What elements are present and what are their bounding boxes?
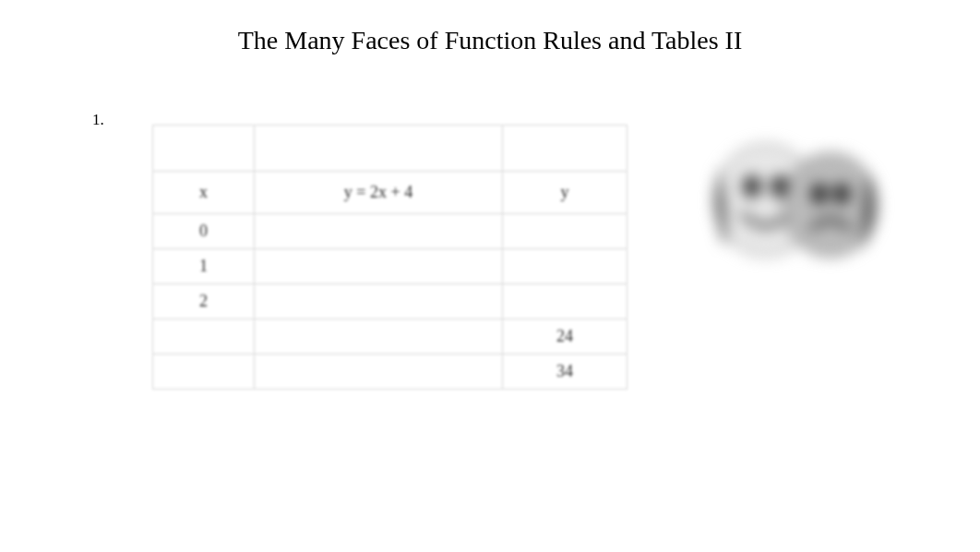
table-cell-y: 24 [503,319,627,354]
svg-point-4 [811,184,828,204]
table-cell-x [153,354,255,390]
table-cell-x: 1 [153,249,255,284]
table-header-rule: y = 2x + 4 [254,172,502,214]
table-cell-rule [254,214,502,249]
function-table: x y = 2x + 4 y 0 1 2 24 [152,125,627,390]
table-cell-x [153,319,255,354]
table-cell-rule [254,284,502,319]
table-cell-y: 34 [503,354,627,390]
table-cell-empty [503,126,627,172]
table-cell-y [503,249,627,284]
problem-number: 1. [92,111,104,129]
table-row: 34 [153,354,627,390]
table-spacer-row [153,126,627,172]
table-cell-x: 0 [153,214,255,249]
page-title: The Many Faces of Function Rules and Tab… [0,0,980,55]
table-cell-rule [254,319,502,354]
function-table-wrapper: x y = 2x + 4 y 0 1 2 24 [152,125,627,390]
table-cell-empty [153,126,255,172]
table-cell-y [503,284,627,319]
svg-point-3 [784,154,877,256]
table-row: 0 [153,214,627,249]
table-header-y: y [503,172,627,214]
table-row: 1 [153,249,627,284]
table-cell-empty [254,126,502,172]
table-cell-y [503,214,627,249]
svg-point-5 [833,184,850,204]
comedy-tragedy-masks-icon [692,131,895,270]
svg-point-1 [743,175,761,198]
table-row: 24 [153,319,627,354]
table-header-row: x y = 2x + 4 y [153,172,627,214]
table-row: 2 [153,284,627,319]
table-cell-rule [254,354,502,390]
table-cell-x: 2 [153,284,255,319]
table-header-x: x [153,172,255,214]
table-cell-rule [254,249,502,284]
